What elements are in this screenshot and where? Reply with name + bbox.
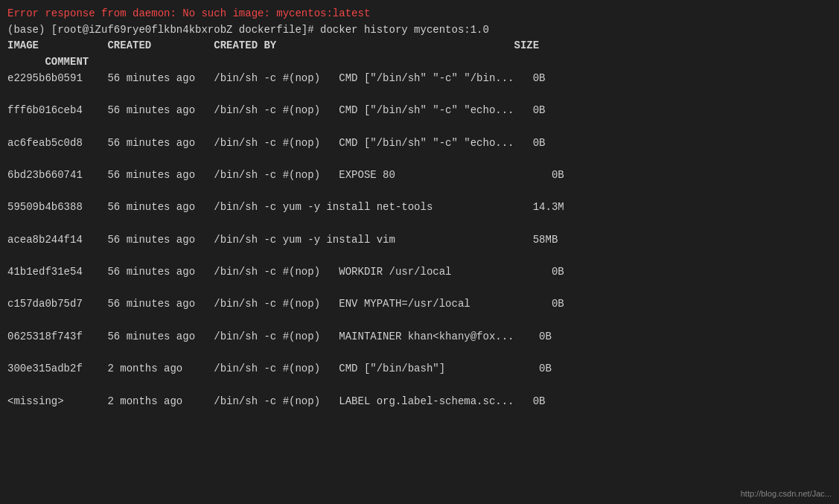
table-row: acea8b244f14 56 minutes ago /bin/sh -c y…	[7, 232, 832, 249]
table-row: 6bd23b660741 56 minutes ago /bin/sh -c #…	[7, 168, 832, 184]
header-comment: COMMENT	[7, 54, 832, 71]
error-line: Error response from daemon: No such imag…	[7, 6, 832, 22]
table-row-spacer-10	[7, 377, 832, 394]
prompt-line: (base) [root@iZuf69rye0flkbn4kbxrobZ doc…	[7, 22, 832, 39]
table-row-spacer-6	[7, 248, 832, 264]
table-row-spacer-4	[7, 184, 832, 200]
table-row-spacer-5	[7, 216, 832, 232]
table-row: 0625318f743f 56 minutes ago /bin/sh -c #…	[7, 329, 832, 345]
table-row: 59509b4b6388 56 minutes ago /bin/sh -c y…	[7, 200, 832, 216]
table-row: 41b1edf31e54 56 minutes ago /bin/sh -c #…	[7, 264, 832, 281]
watermark: http://blog.csdn.net/Jac...	[741, 489, 832, 498]
table-row: <missing> 2 months ago /bin/sh -c #(nop)…	[7, 394, 832, 410]
table-row: c157da0b75d7 56 minutes ago /bin/sh -c #…	[7, 296, 832, 313]
table-row: fff6b016ceb4 56 minutes ago /bin/sh -c #…	[7, 103, 832, 119]
table-row: 300e315adb2f 2 months ago /bin/sh -c #(n…	[7, 361, 832, 377]
terminal-window: Error response from daemon: No such imag…	[0, 0, 839, 504]
table-row-spacer-1	[7, 86, 832, 103]
table-row-spacer-8	[7, 313, 832, 329]
table-row-spacer-9	[7, 345, 832, 361]
terminal-content: Error response from daemon: No such imag…	[7, 6, 832, 409]
table-row-spacer-3	[7, 151, 832, 168]
table-row-spacer-2	[7, 119, 832, 135]
table-row: ac6feab5c0d8 56 minutes ago /bin/sh -c #…	[7, 135, 832, 152]
table-row-spacer-7	[7, 281, 832, 297]
header-image: IMAGE CREATED CREATED BY SIZE	[7, 38, 832, 54]
table-row: e2295b6b0591 56 minutes ago /bin/sh -c #…	[7, 71, 832, 87]
